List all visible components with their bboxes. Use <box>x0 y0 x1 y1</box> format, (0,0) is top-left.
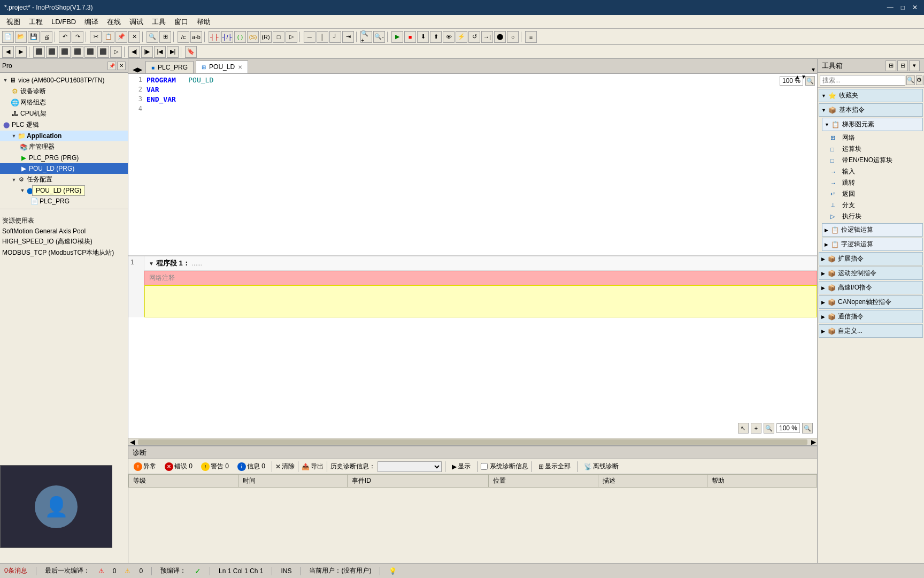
fb-btn[interactable]: ▷ <box>286 31 297 43</box>
print-btn[interactable]: 🖨 <box>41 31 52 43</box>
crossref-btn[interactable]: ⊞ <box>159 31 171 43</box>
copy-btn[interactable]: 📋 <box>103 31 114 43</box>
network-comment-area[interactable]: 网络注释 <box>144 271 817 285</box>
nav4-btn[interactable]: ⬛ <box>72 46 83 58</box>
tab-nav-right[interactable]: ▾ <box>810 66 817 73</box>
editor-zoom-btn[interactable]: 🔍 <box>805 76 815 86</box>
nav9-btn[interactable]: |▶ <box>141 46 153 58</box>
coil-btn[interactable]: ( ) <box>234 31 246 43</box>
hscroll-left-btn[interactable]: ◀ <box>128 438 136 446</box>
zoom-out-btn[interactable]: 🔍- <box>373 31 385 43</box>
toolbox-item-branch[interactable]: ⊥ 分支 <box>818 200 924 211</box>
tree-item-softmotion[interactable]: SoftMotion General Axis Pool <box>0 226 128 236</box>
reset2-btn[interactable]: ↺ <box>468 31 480 43</box>
stop-btn[interactable]: ■ <box>404 31 416 43</box>
nav5-btn[interactable]: ⬛ <box>84 46 96 58</box>
diag-display-btn[interactable]: ▶ 显示 <box>449 461 474 472</box>
diag-info-btn[interactable]: i 信息 0 <box>234 461 268 472</box>
corner-btn[interactable]: ┘ <box>329 31 341 43</box>
tree-item-application[interactable]: ▼ 📁 Application <box>0 131 128 141</box>
tree-item-maintask[interactable]: ▼ ⬤ M... POU_LD (PRG) <box>0 185 128 196</box>
toolbox-collapse-btn[interactable]: ⊟ <box>897 60 908 71</box>
set-btn[interactable]: (S) <box>247 31 259 43</box>
upload-btn[interactable]: ⬆ <box>430 31 442 43</box>
find-btn[interactable]: 🔍 <box>147 31 158 43</box>
delete-btn[interactable]: ✕ <box>128 31 140 43</box>
bookmark-btn[interactable]: 🔖 <box>185 46 197 58</box>
tree-item-highspeed[interactable]: HIGH_SPEED_IO (高速IO模块) <box>0 236 128 247</box>
zoom-in-btn[interactable]: 🔍+ <box>360 31 372 43</box>
ladder-zoom-in-btn[interactable]: + <box>751 423 761 434</box>
save-btn[interactable]: 💾 <box>28 31 40 43</box>
contact-nc-btn[interactable]: ┤/├ <box>221 31 233 43</box>
toolbox-item-exec[interactable]: ▷ 执行块 <box>818 211 924 222</box>
editor-collapse-arrows[interactable]: ▲ ▼ <box>795 74 806 80</box>
minimize-button[interactable]: — <box>885 4 896 11</box>
hscrollbar[interactable]: ◀ ▶ <box>128 438 817 445</box>
toolbox-filter-btn[interactable]: ⚙ <box>916 75 922 85</box>
diag-error-btn[interactable]: ✕ 错误 0 <box>161 461 196 472</box>
hist-select[interactable] <box>378 461 442 472</box>
diag-showall-btn[interactable]: ⊞ 显示全部 <box>535 461 574 472</box>
back-btn[interactable]: ◀ <box>2 46 14 58</box>
undo-btn[interactable]: ↶ <box>59 31 71 43</box>
sys-diag-checkbox[interactable] <box>481 463 488 470</box>
reset-btn[interactable]: (R) <box>260 31 272 43</box>
toolbox-cat-extend-header[interactable]: ▶ 📦 扩展指令 <box>819 252 923 265</box>
redo-btn[interactable]: ↷ <box>72 31 83 43</box>
diag-clear-btn[interactable]: ✕ 清除 <box>275 462 295 471</box>
ladder-cursor-btn[interactable]: ↖ <box>738 423 749 434</box>
toolbox-more-btn[interactable]: ▾ <box>909 60 920 71</box>
tree-item-device[interactable]: ▼ 🖥 vice (AM600-CPU1608TP/TN) <box>0 75 128 86</box>
menu-compile[interactable]: 编译 <box>80 16 103 28</box>
toolbox-item-return[interactable]: ↵ 返回 <box>818 188 924 200</box>
diag-exception-btn[interactable]: ! 异常 <box>130 461 159 472</box>
toolbox-cat-basic-header[interactable]: ▼ 📦 基本指令 <box>819 103 923 117</box>
toolbox-cat-str-header[interactable]: ▶ 📋 字逻辑运算 <box>822 238 923 251</box>
tree-item-modbus[interactable]: MODBUS_TCP (ModbusTCP本地从站) <box>0 247 128 258</box>
download-btn[interactable]: ⬇ <box>417 31 429 43</box>
toolbox-cat-highspeed-header[interactable]: ▶ 📦 高速I/O指令 <box>819 281 923 294</box>
toolbox-item-jump[interactable]: → 跳转 <box>818 177 924 188</box>
network-collapse-btn[interactable]: ▼ <box>149 261 154 267</box>
diag-offline-btn[interactable]: 📡 离线诊断 <box>581 461 622 472</box>
toolbox-item-network[interactable]: ⊞ 网络 <box>818 132 924 143</box>
menu-view[interactable]: 视图 <box>2 16 25 28</box>
clear-bp-btn[interactable]: ○ <box>507 31 519 43</box>
network-body[interactable] <box>144 285 817 317</box>
toolbox-item-input[interactable]: → 输入 <box>818 166 924 177</box>
nav11-btn[interactable]: ▶| <box>167 46 179 58</box>
close-button[interactable]: ✕ <box>910 4 920 11</box>
hline-btn[interactable]: ─ <box>304 31 315 43</box>
nav3-btn[interactable]: ⬛ <box>59 46 71 58</box>
ladder-magnify-btn[interactable]: 🔍 <box>764 423 774 434</box>
nav1-btn[interactable]: ⬛ <box>33 46 45 58</box>
bp-btn[interactable]: ⬤ <box>494 31 506 43</box>
toolbox-cat-favorites-header[interactable]: ▼ ⭐ 收藏夹 <box>819 89 923 102</box>
toolbox-search-btn[interactable]: 🔍 <box>906 75 915 85</box>
menu-help[interactable]: 帮助 <box>192 16 215 28</box>
nav7-btn[interactable]: ▷ <box>110 46 122 58</box>
tree-item-pould[interactable]: ▶ POU_LD (PRG) <box>0 163 128 174</box>
tree-item-resource[interactable]: 资源使用表 <box>0 215 128 226</box>
nav6-btn[interactable]: ⬛ <box>97 46 109 58</box>
tree-item-plcprg2[interactable]: 📄 PLC_PRG <box>0 196 128 207</box>
ladder-zoom-out-btn[interactable]: 🔍 <box>802 423 813 434</box>
toolbox-cat-canopen-header[interactable]: ▶ 📦 CANopen轴控指令 <box>819 295 923 309</box>
toolbox-cat-bit-header[interactable]: ▶ 📋 位逻辑运算 <box>822 223 923 237</box>
toolbox-cat-motion-header[interactable]: ▶ 📦 运动控制指令 <box>819 267 923 280</box>
toolbox-item-calcblock[interactable]: □ 运算块 <box>818 143 924 155</box>
menu-tools[interactable]: 工具 <box>148 16 170 28</box>
menu-debug[interactable]: 调试 <box>125 16 148 28</box>
nav8-btn[interactable]: ◀| <box>128 46 140 58</box>
code-editor[interactable]: 1 PROGRAM POU_LD 2 VAR 3 EN <box>128 74 817 117</box>
toolbox-cat-comm-header[interactable]: ▶ 📦 通信指令 <box>819 310 923 323</box>
tree-item-cpu[interactable]: 🖧 CPU机架 <box>0 108 128 119</box>
build-btn[interactable]: ▶ <box>391 31 403 43</box>
cut-btn[interactable]: ✂ <box>90 31 102 43</box>
toolbox-cat-ladder-header[interactable]: ▼ 📋 梯形图元素 <box>822 118 923 131</box>
tab-pould[interactable]: ⊞ POU_LD ✕ <box>196 60 248 73</box>
panel-close-btn[interactable]: ✕ <box>117 62 126 70</box>
tree-item-libmgr[interactable]: 📚 库管理器 <box>0 141 128 153</box>
new-btn[interactable]: 📄 <box>2 31 14 43</box>
